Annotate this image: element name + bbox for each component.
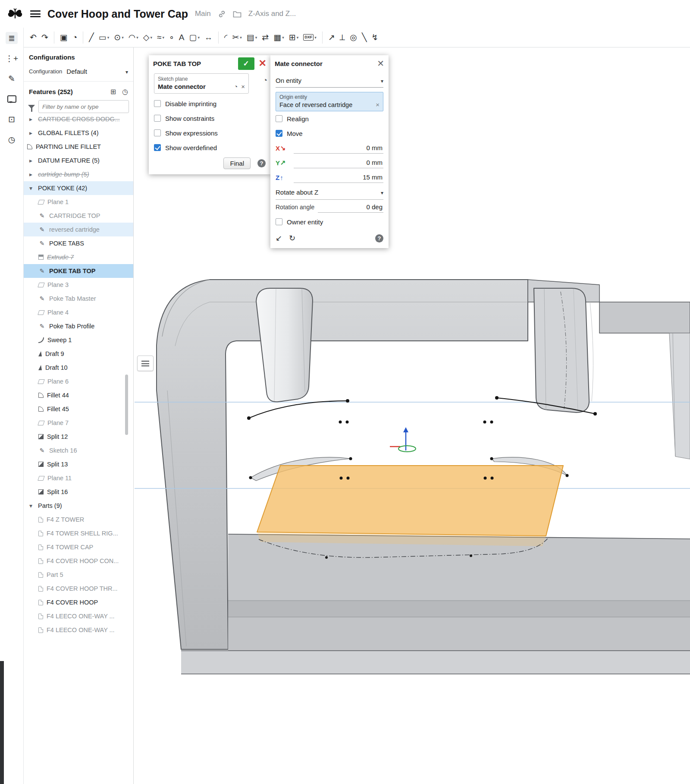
mate-connector-toggle-icon[interactable]: ◔: [263, 76, 267, 85]
realign-checkbox[interactable]: [276, 115, 282, 122]
undo-icon[interactable]: ↶: [28, 32, 38, 43]
viewport-tree-toggle-button[interactable]: [137, 356, 154, 371]
flip-primary-axis-icon[interactable]: ↙: [276, 233, 282, 243]
checkbox-row[interactable]: Show constraints: [154, 111, 266, 126]
redo-icon[interactable]: ↷: [40, 32, 50, 43]
feature-item[interactable]: Fillet 44: [24, 388, 133, 402]
offset-icon[interactable]: ▤▾: [245, 32, 259, 43]
chevron-down-icon[interactable]: ▾: [240, 35, 242, 40]
chevron-down-icon[interactable]: ▾: [255, 35, 257, 40]
feature-item[interactable]: POKE TABS: [24, 236, 133, 250]
selected-face-highlight[interactable]: [257, 466, 563, 546]
feature-item[interactable]: PARTING LINE FILLET: [24, 140, 133, 154]
move-checkbox-row[interactable]: Move: [276, 126, 383, 141]
mirror-icon[interactable]: ⇄: [260, 32, 270, 43]
feature-item[interactable]: Poke Tab Profile: [24, 319, 133, 333]
y-offset-input[interactable]: 0 mm: [294, 157, 383, 168]
checkbox-row[interactable]: Disable imprinting: [154, 96, 266, 111]
origin-triad[interactable]: [390, 427, 416, 452]
owner-entity-checkbox[interactable]: [276, 218, 282, 225]
feature-item[interactable]: Parts (9): [24, 499, 133, 513]
part-item[interactable]: F4 LEECO ONE-WAY ...: [24, 609, 133, 623]
feature-item[interactable]: Draft 10: [24, 361, 133, 375]
feature-item[interactable]: Sweep 1: [24, 333, 133, 347]
part-item[interactable]: F4 TOWER SHELL RIG...: [24, 526, 133, 540]
checkbox[interactable]: [154, 100, 161, 107]
checkbox-row[interactable]: Show expressions: [154, 126, 266, 140]
reorient-secondary-axis-icon[interactable]: ↻: [289, 233, 295, 243]
feature-item[interactable]: reversed cartridge: [24, 223, 133, 236]
feature-item[interactable]: cartridge bump (5): [24, 167, 133, 181]
feature-item[interactable]: Plane 4: [24, 305, 133, 319]
circular-pattern-icon[interactable]: ⊞▾: [287, 32, 300, 43]
chevron-down-icon[interactable]: ▾: [150, 35, 152, 40]
feature-item[interactable]: Extrude 7: [24, 250, 133, 264]
chevron-down-icon[interactable]: ▾: [282, 35, 284, 40]
checkbox[interactable]: [154, 115, 161, 122]
part-item[interactable]: F4 Z TOWER: [24, 513, 133, 526]
left-post[interactable]: [256, 288, 313, 402]
menu-icon[interactable]: [30, 10, 41, 17]
new-folder-icon[interactable]: ⊞: [110, 88, 116, 96]
feature-item[interactable]: Plane 11: [24, 471, 133, 485]
configuration-select[interactable]: Default: [66, 68, 128, 75]
parts-help-icon[interactable]: ⊡: [6, 113, 18, 125]
copy-icon[interactable]: ▣: [58, 32, 69, 43]
sketch-plane-group[interactable]: Sketch plane Mate connector ◔ ×: [154, 73, 249, 94]
feature-item[interactable]: Split 16: [24, 485, 133, 499]
tab-name[interactable]: Z-Axis and Z...: [248, 9, 296, 18]
feature-item[interactable]: Sketch 16: [24, 444, 133, 457]
workspace-name[interactable]: Main: [195, 9, 211, 18]
sketch-polygon-icon[interactable]: ◇▾: [141, 32, 154, 43]
sketch-text-icon[interactable]: A: [177, 32, 186, 43]
chevron-down-icon[interactable]: ▾: [107, 35, 110, 40]
chevron-down-icon[interactable]: ▾: [198, 35, 200, 40]
align-icon[interactable]: ⟂: [338, 32, 347, 43]
sketch-arc-icon[interactable]: ◠▾: [127, 32, 140, 43]
appearance-icon[interactable]: ✎: [6, 72, 18, 85]
sketch-slot-icon[interactable]: ▢▾: [188, 32, 201, 43]
right-post[interactable]: [534, 288, 593, 412]
move-checkbox[interactable]: [276, 130, 282, 137]
feature-item[interactable]: Split 13: [24, 457, 133, 471]
onshape-logo-icon[interactable]: [7, 6, 23, 22]
rotate-about-select[interactable]: Rotate about Z: [276, 185, 383, 200]
filter-input[interactable]: [38, 100, 129, 113]
sketch-point-icon[interactable]: ∘: [167, 32, 176, 43]
feature-item[interactable]: Poke Tab Master: [24, 292, 133, 305]
inspect-icon[interactable]: ◎: [348, 32, 359, 43]
commit-button[interactable]: ✓: [238, 57, 254, 70]
x-offset-input[interactable]: 0 mm: [294, 142, 383, 154]
chevron-down-icon[interactable]: ▾: [122, 35, 124, 40]
feature-list-icon[interactable]: ≣: [6, 32, 18, 44]
part-item[interactable]: F4 COVER HOOP THR...: [24, 582, 133, 595]
close-icon[interactable]: ✕: [377, 59, 384, 68]
feature-item[interactable]: Plane 1: [24, 195, 133, 209]
feature-item[interactable]: POKE TAB TOP: [24, 264, 133, 278]
mate-connector-icon[interactable]: ◔: [234, 83, 238, 90]
part-item[interactable]: F4 COVER HOOP CON...: [24, 554, 133, 568]
insert-derived-icon[interactable]: ◔: [71, 32, 79, 43]
help-icon[interactable]: ?: [375, 234, 383, 242]
history-icon[interactable]: ◷: [6, 133, 18, 145]
rotation-angle-input[interactable]: 0 deg: [318, 202, 383, 213]
cancel-button[interactable]: ✕: [259, 59, 267, 68]
feature-item[interactable]: DATUM FEATURE (5): [24, 154, 133, 167]
sketch-spline-icon[interactable]: ≈▾: [155, 32, 166, 43]
sketch-circle-icon[interactable]: ⊙▾: [112, 32, 125, 43]
sketch-plane-value[interactable]: Mate connector: [158, 83, 230, 90]
feature-item[interactable]: Draft 9: [24, 347, 133, 361]
panel-scrollbar[interactable]: [125, 375, 128, 435]
clear-selection-icon[interactable]: ×: [241, 83, 245, 90]
feature-item[interactable]: Plane 6: [24, 375, 133, 388]
feature-item[interactable]: CARTRIDGE TOP: [24, 209, 133, 223]
remove-entity-icon[interactable]: ×: [376, 101, 380, 108]
linear-pattern-icon[interactable]: ▦▾: [272, 32, 285, 43]
feature-item[interactable]: Fillet 45: [24, 402, 133, 416]
feature-item[interactable]: Plane 3: [24, 278, 133, 292]
checkbox-row[interactable]: Show overdefined: [154, 140, 266, 155]
sketch-rectangle-icon[interactable]: ▭▾: [97, 32, 111, 43]
bottom-body[interactable]: [181, 534, 690, 674]
checkbox[interactable]: [154, 144, 161, 151]
origin-entity-box[interactable]: Origin entity Face of reversed cartridge…: [276, 92, 383, 111]
